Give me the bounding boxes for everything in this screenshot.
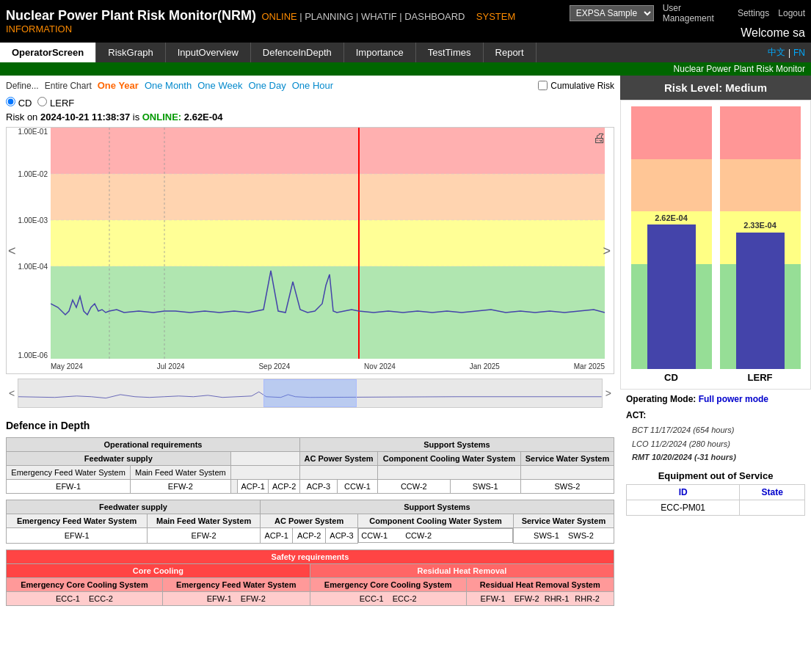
- acp-1: ACP-1: [237, 480, 269, 494]
- lang-selector: 中文 | FN: [762, 43, 811, 62]
- chart-svg: [51, 128, 605, 359]
- lerf-label: LERF: [748, 372, 773, 383]
- nrm-bar: Nuclear Power Plant Risk Monitor: [0, 62, 811, 76]
- core-cooling-header: Core Cooling: [7, 563, 310, 577]
- cd-radio[interactable]: [6, 97, 15, 106]
- y-label-2: 1.00E-02: [18, 170, 48, 178]
- print-icon[interactable]: 🖨: [593, 131, 606, 146]
- minimap-arrow-right[interactable]: >: [603, 387, 614, 399]
- cumulative-risk-checkbox[interactable]: [538, 81, 548, 90]
- chart-nav-right[interactable]: >: [603, 243, 611, 258]
- nav-planning[interactable]: PLANNING: [305, 11, 353, 22]
- cd-red-band: [631, 106, 712, 159]
- efw-s-components: EFW-1EFW-2: [162, 591, 310, 605]
- define-button[interactable]: Define...: [6, 81, 39, 91]
- user-management-link[interactable]: User Management: [663, 3, 729, 23]
- tab-input-overview[interactable]: InputOverview: [166, 43, 251, 62]
- lerf-radio[interactable]: [37, 97, 47, 106]
- risk-level-header: Risk Level: Medium: [620, 76, 811, 100]
- cumulative-risk-label[interactable]: Cumulative Risk: [538, 81, 614, 91]
- status-online: ONLINE: [261, 11, 297, 22]
- mfw-header: Main Feed Water System: [131, 466, 230, 480]
- tab-operator-screen[interactable]: OperatorScreen: [0, 43, 96, 62]
- app-title: Nuclear Power Plant Risk Monitor(NRM) ON…: [6, 8, 570, 34]
- comp-efw1: EFW-1: [7, 528, 148, 544]
- chart-area: Define... Entire Chart One Year One Mont…: [0, 76, 620, 612]
- cd-radio-label[interactable]: CD: [6, 97, 32, 109]
- cd-bar: [647, 224, 696, 369]
- time-one-year[interactable]: One Year: [98, 80, 139, 91]
- x-label-1: May 2024: [51, 362, 83, 370]
- op-components-row: EFW-1 EFW-2 ACP-1 ACP-2 ACP-3 CCW-1 CCW-…: [7, 480, 614, 494]
- op-mode-label: Operating Mode:: [626, 394, 696, 404]
- comp-efw2: EFW-2: [148, 528, 261, 544]
- efw-header: Emergency Feed Water System: [7, 466, 131, 480]
- defence-section: Defence in Depth Operational requirement…: [0, 411, 620, 612]
- logout-link[interactable]: Logout: [778, 8, 805, 18]
- lang-fn[interactable]: FN: [793, 48, 805, 58]
- risk-line: Risk on 2024-10-21 11:38:37 is ONLINE: 2…: [0, 110, 620, 124]
- acp-3: ACP-3: [299, 480, 337, 494]
- time-one-month[interactable]: One Month: [145, 80, 192, 91]
- x-label-2: Jul 2024: [157, 362, 185, 370]
- sws-header: Service Water System: [520, 452, 614, 466]
- lerf-band-bg: 2.33E-04: [720, 106, 801, 369]
- time-one-hour[interactable]: One Hour: [292, 80, 333, 91]
- y-label-3: 1.00E-03: [18, 216, 48, 224]
- cd-orange-band: [631, 159, 712, 212]
- cd-bar-group: 2.62E-04 CD: [631, 106, 712, 383]
- comp-ccw: CCW-1CCW-2: [358, 528, 513, 543]
- sws-1: SWS-1: [450, 480, 520, 494]
- y-label-5: 1.00E-06: [18, 351, 48, 359]
- time-one-week[interactable]: One Week: [197, 80, 242, 91]
- op-mode-section: Operating Mode: Full power mode: [620, 390, 811, 409]
- lerf-red-band: [720, 106, 801, 159]
- minimap-row: < >: [6, 377, 614, 409]
- efw-1: EFW-1: [7, 480, 131, 494]
- x-label-4: Nov 2024: [364, 362, 396, 370]
- cd-band-bg: 2.62E-04: [631, 106, 712, 369]
- comp-acp2: ACP-2: [293, 528, 325, 544]
- defence-full-table: Feedwater supply Support Systems Emergen…: [6, 500, 614, 544]
- entire-chart-button[interactable]: Entire Chart: [45, 81, 92, 91]
- equip-state-header: State: [740, 485, 805, 500]
- tab-risk-graph[interactable]: RiskGraph: [96, 43, 165, 62]
- y-label-4: 1.00E-04: [18, 263, 48, 271]
- minimap-arrow-left[interactable]: <: [6, 387, 18, 399]
- online-status: ONLINE:: [142, 112, 181, 123]
- ccw-1: CCW-1: [337, 480, 377, 494]
- minimap-handle[interactable]: [263, 379, 357, 407]
- sws-2: SWS-2: [520, 480, 614, 494]
- chart-nav-left[interactable]: <: [8, 243, 16, 258]
- residual-heat-header: Residual Heat Removal: [310, 563, 614, 577]
- nav-whatif[interactable]: WHATIF: [361, 11, 397, 22]
- tab-report[interactable]: Report: [484, 43, 537, 62]
- comp-sws: SWS-1SWS-2: [513, 528, 614, 544]
- risk-bar-chart: 2.62E-04 CD 2.33E-04 LERF: [620, 100, 811, 390]
- welcome-text: Welcome sa: [741, 26, 805, 40]
- x-label-5: Jan 2025: [470, 362, 500, 370]
- tab-test-times[interactable]: TestTimes: [416, 43, 484, 62]
- operational-table: Operational requirements Support Systems…: [6, 437, 614, 494]
- ecc2-sys-header: Emergency Core Cooling System: [310, 577, 466, 591]
- act-item-1: BCT 11/17/2024 (654 hours): [632, 423, 805, 437]
- act-label: ACT:: [620, 409, 811, 422]
- support-systems-header: Support Systems: [299, 438, 614, 452]
- chart-inner: 1.00E-01 1.00E-02 1.00E-03 1.00E-04 1.00…: [7, 128, 612, 373]
- nav-dashboard[interactable]: DASHBOARD: [404, 11, 465, 22]
- equip-row-1: ECC-PM01: [627, 500, 805, 516]
- nav-tabs: OperatorScreen RiskGraph InputOverview D…: [0, 43, 811, 62]
- equip-state-1: [740, 500, 805, 516]
- settings-link[interactable]: Settings: [738, 8, 769, 18]
- ccw-2: CCW-2: [378, 480, 451, 494]
- tab-importance[interactable]: Importance: [344, 43, 416, 62]
- lerf-radio-label[interactable]: LERF: [37, 97, 74, 109]
- time-one-day[interactable]: One Day: [248, 80, 286, 91]
- op-mode-value: Full power mode: [699, 394, 768, 404]
- tab-defence-in-depth[interactable]: DefenceInDepth: [251, 43, 344, 62]
- lang-zh[interactable]: 中文: [768, 46, 785, 59]
- efw2-sys-header: Emergency Feed Water System: [162, 577, 310, 591]
- sidebar: Risk Level: Medium 2.62E-04 CD: [620, 76, 811, 612]
- rhr-components: EFW-1EFW-2 RHR-1RHR-2: [466, 591, 614, 605]
- sample-dropdown[interactable]: EXPSA Sample: [570, 5, 654, 21]
